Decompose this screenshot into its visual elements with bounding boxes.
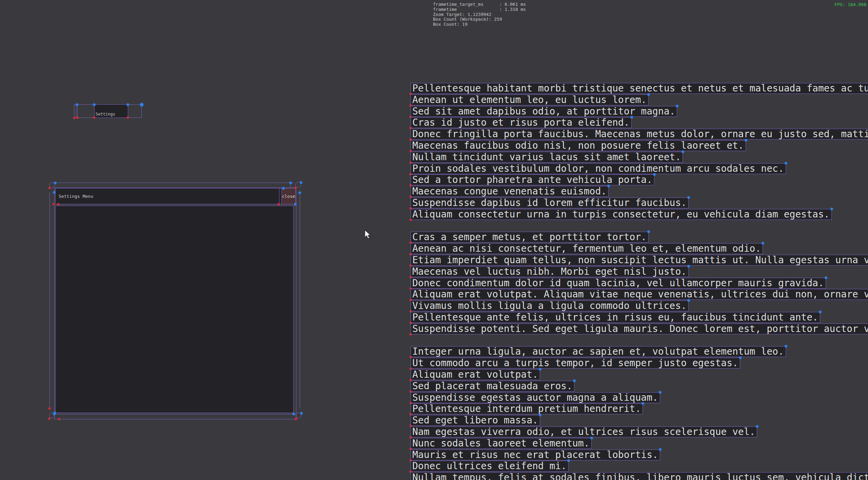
- text-line: Sed sit amet dapibus odio, at porttitor …: [412, 106, 675, 117]
- handle-dot-blue[interactable]: [294, 203, 297, 206]
- handle-dot-blue[interactable]: [289, 182, 292, 184]
- text-line-box[interactable]: Maecenas vel luctus nibh. Morbi eget nis…: [411, 266, 689, 277]
- handle-dot-blue[interactable]: [819, 311, 822, 313]
- panel-resize-bar[interactable]: [54, 414, 296, 419]
- handle-dot-blue[interactable]: [785, 162, 787, 165]
- handle-dot-blue[interactable]: [298, 191, 301, 194]
- text-line-box[interactable]: Sed a tortor pharetra ante vehicula port…: [411, 174, 654, 185]
- panel-margin-line-left: [50, 192, 50, 409]
- handle-dot-blue[interactable]: [745, 139, 747, 142]
- handle-dot-blue[interactable]: [567, 459, 570, 462]
- handle-dot-blue[interactable]: [54, 182, 57, 184]
- handle-dot-red[interactable]: [48, 408, 51, 410]
- handle-dot-blue[interactable]: [676, 105, 678, 107]
- workspace[interactable]: frametime_target_ms : 6.061 ms frametime…: [0, 0, 868, 480]
- handle-dot-blue[interactable]: [762, 242, 764, 245]
- handle-dot-blue[interactable]: [93, 103, 96, 106]
- text-line-box[interactable]: Mauris et risus nec erat placerat lobort…: [411, 450, 660, 460]
- handle-dot-red[interactable]: [127, 117, 129, 119]
- text-line-box[interactable]: Cras id justo et risus porta eleifend.: [411, 117, 632, 128]
- text-line-box[interactable]: Donec fringilla porta faucibus. Maecenas…: [411, 129, 868, 140]
- panel-title-bar[interactable]: Settings Menu: [55, 188, 296, 204]
- handle-dot-blue[interactable]: [292, 413, 295, 415]
- handle-dot-blue[interactable]: [642, 402, 644, 405]
- handle-dot-blue[interactable]: [739, 356, 742, 359]
- close-button[interactable]: close: [281, 188, 296, 204]
- handle-dot-blue[interactable]: [756, 425, 758, 428]
- handle-dot-red[interactable]: [295, 418, 297, 420]
- handle-dot-blue[interactable]: [53, 191, 56, 194]
- text-line-box[interactable]: Pellentesque ante felis, ultrices in ris…: [411, 312, 820, 323]
- text-line-box[interactable]: Aenean ac nisi consectetur, fermentum le…: [411, 243, 763, 254]
- text-line-box[interactable]: Aenean ut elementum leo, eu luctus lorem…: [411, 95, 649, 105]
- text-line-box[interactable]: Nam egestas viverra odio, et ultrices ri…: [411, 426, 757, 437]
- text-line-box[interactable]: Integer urna ligula, auctor ac sapien et…: [411, 346, 786, 357]
- handle-dot-blue[interactable]: [682, 150, 684, 153]
- panel-content-area[interactable]: [55, 206, 294, 413]
- text-line-box[interactable]: Donec ultrices eleifend mi.: [411, 461, 569, 472]
- text-line-box[interactable]: Maecenas congue venenatis euismod.: [411, 186, 609, 197]
- handle-dot-blue[interactable]: [630, 116, 633, 119]
- handle-dot-red[interactable]: [294, 187, 297, 189]
- text-line-box[interactable]: Cras a semper metus, et porttitor tortor…: [411, 232, 649, 243]
- text-line-box[interactable]: Sed placerat malesuada eros.: [411, 381, 574, 392]
- fps-counter: FPS: 164.998: [834, 2, 866, 7]
- text-line-box[interactable]: Sed sit amet dapibus odio, at porttitor …: [411, 106, 677, 117]
- handle-dot-blue[interactable]: [607, 185, 610, 187]
- handle-dot-blue[interactable]: [539, 368, 541, 371]
- handle-dot-blue[interactable]: [647, 93, 650, 96]
- handle-dot-blue[interactable]: [653, 173, 656, 176]
- text-line-box[interactable]: Pellentesque interdum pretium hendrerit.: [411, 403, 643, 414]
- handle-dot-red[interactable]: [48, 418, 51, 420]
- text-line-box[interactable]: Suspendisse potenti. Sed eget ligula mau…: [411, 324, 868, 334]
- handle-dot-blue[interactable]: [282, 187, 285, 190]
- handle-dot-blue[interactable]: [573, 379, 576, 382]
- text-line: Cras id justo et risus porta eleifend.: [412, 117, 630, 128]
- text-line-box[interactable]: Pellentesque habitant morbi tristique se…: [411, 83, 868, 94]
- text-line-box[interactable]: Nullam tincidunt varius lacus sit amet l…: [411, 152, 683, 163]
- handle-dot-blue[interactable]: [647, 230, 650, 233]
- text-line-box[interactable]: Proin sodales vestibulum dolor, non cond…: [411, 163, 786, 174]
- text-line-box[interactable]: Suspendisse egestas auctor magna a aliqu…: [411, 392, 660, 403]
- handle-dot-red[interactable]: [93, 117, 96, 119]
- settings-widget-right-box[interactable]: [128, 104, 142, 118]
- handle-dot-blue[interactable]: [300, 412, 303, 415]
- handle-dot-blue[interactable]: [659, 391, 662, 394]
- handle-dot-red[interactable]: [278, 203, 280, 206]
- handle-dot-blue[interactable]: [825, 276, 827, 279]
- text-line-box[interactable]: Suspendisse dapibus id lorem efficitur f…: [411, 197, 689, 208]
- handle-dot-blue[interactable]: [54, 412, 56, 414]
- handle-dot-blue[interactable]: [126, 103, 129, 106]
- text-line-box[interactable]: Aliquam erat volutpat. Aliquam vitae neq…: [411, 289, 868, 300]
- text-line-box[interactable]: Aliquam erat volutpat.: [411, 369, 540, 380]
- settings-button[interactable]: Settings: [94, 104, 128, 118]
- handle-dot-blue[interactable]: [830, 208, 833, 210]
- handle-dot-blue[interactable]: [687, 196, 690, 199]
- text-line-box[interactable]: Ut commodo arcu a turpis tempor, id semp…: [411, 358, 740, 369]
- handle-dot-blue[interactable]: [300, 181, 302, 184]
- text-line-box[interactable]: Etiam imperdiet quam tellus, non suscipi…: [411, 255, 868, 266]
- handle-dot-blue[interactable]: [140, 103, 144, 107]
- text-line-box[interactable]: Nunc sodales laoreet elementum.: [411, 438, 592, 449]
- handle-dot-blue[interactable]: [687, 265, 690, 268]
- handle-dot-blue[interactable]: [76, 103, 78, 106]
- text-line-box[interactable]: Nullam tempus, felis at sodales finibus,…: [411, 472, 868, 480]
- handle-dot-red[interactable]: [73, 117, 76, 119]
- handle-dot-blue[interactable]: [659, 448, 662, 451]
- text-line-box[interactable]: Aliquam consectetur urna in turpis conse…: [411, 209, 832, 220]
- text-line-box[interactable]: Donec condimentum dolor id quam lacinia,…: [411, 278, 826, 289]
- handle-dot-red[interactable]: [57, 203, 60, 206]
- settings-widget-spacer-box[interactable]: [76, 104, 78, 118]
- handle-dot-red[interactable]: [76, 117, 79, 119]
- text-line-box[interactable]: Maecenas faucibus odio nisl, non posuere…: [411, 140, 746, 151]
- text-line-box[interactable]: Vivamus mollis ligula a ligula commodo u…: [411, 300, 689, 311]
- handle-dot-red[interactable]: [58, 418, 61, 420]
- text-line-box[interactable]: Sed eget libero massa.: [411, 415, 540, 426]
- handle-dot-blue[interactable]: [687, 299, 690, 302]
- handle-dot-blue[interactable]: [785, 345, 787, 348]
- panel-title: Settings Menu: [59, 188, 93, 204]
- handle-dot-blue[interactable]: [590, 437, 593, 439]
- handle-dot-blue[interactable]: [539, 414, 541, 416]
- handle-dot-red[interactable]: [53, 203, 55, 206]
- handle-dot-red[interactable]: [48, 187, 51, 189]
